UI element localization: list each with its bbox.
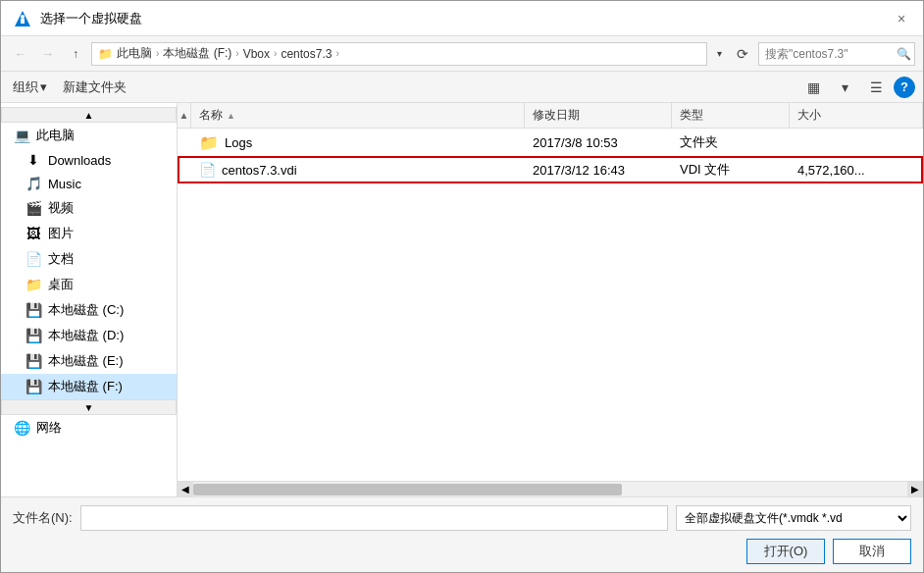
breadcrumb-part3: centos7.3	[281, 47, 332, 61]
sidebar-item-computer[interactable]: 💻 此电脑	[1, 123, 177, 148]
sidebar-scroll-down[interactable]: ▼	[1, 399, 177, 415]
breadcrumb-sep0: ›	[156, 48, 159, 59]
sidebar-item-music-label: Music	[48, 177, 81, 191]
sidebar-item-drive-c[interactable]: 💾 本地磁盘 (C:)	[1, 297, 177, 323]
breadcrumb-part1: 本地磁盘 (F:)	[163, 45, 231, 62]
h-scroll-thumb[interactable]	[193, 484, 622, 495]
h-scroll-left-button[interactable]: ◀	[178, 482, 193, 497]
file-name-label: Logs	[225, 135, 252, 150]
file-list: 📁 Logs 2017/3/8 10:53 文件夹 📄 centos7.3.vd…	[178, 129, 923, 481]
sidebar-item-pictures-label: 图片	[48, 225, 74, 242]
filename-input[interactable]	[80, 505, 668, 531]
button-row: 打开(O) 取消	[13, 539, 911, 564]
sidebar-item-drive-f[interactable]: 💾 本地磁盘 (F:)	[1, 374, 177, 399]
table-row[interactable]: 📄 centos7.3.vdi 2017/3/12 16:43 VDI 文件 4…	[178, 156, 923, 183]
file-name-cell: 📁 Logs	[191, 131, 525, 154]
open-button[interactable]: 打开(O)	[746, 539, 825, 564]
breadcrumb-sep2: ›	[274, 48, 277, 59]
file-name-label: centos7.3.vdi	[222, 163, 297, 178]
secondary-toolbar: 组织 ▾ 新建文件夹 ▦ ▾ ☰ ?	[1, 72, 923, 103]
layout-button[interactable]: ☰	[862, 77, 890, 98]
up-button[interactable]: ↑	[64, 42, 87, 66]
svg-point-2	[21, 15, 25, 19]
file-size-cell: 4,572,160...	[790, 161, 923, 180]
sidebar-item-drive-e-label: 本地磁盘 (E:)	[48, 352, 124, 370]
title-bar-controls: ×	[892, 9, 911, 28]
file-type-cell: VDI 文件	[672, 159, 790, 181]
sidebar-item-drive-f-label: 本地磁盘 (F:)	[48, 378, 123, 395]
close-button[interactable]: ×	[892, 9, 911, 28]
breadcrumb-dropdown-button[interactable]: ▾	[711, 42, 727, 66]
videos-icon: 🎬	[25, 200, 42, 216]
filetype-dropdown[interactable]: 全部虚拟硬盘文件(*.vmdk *.vd VDI 文件 (*.vdi) VMDK…	[676, 505, 911, 531]
breadcrumb-sep1: ›	[235, 48, 238, 59]
col-header-type[interactable]: 类型	[672, 103, 790, 128]
toolbar2-right: ▦ ▾ ☰ ?	[799, 77, 915, 98]
help-button[interactable]: ?	[894, 77, 915, 98]
col-header-size[interactable]: 大小	[790, 103, 923, 128]
dialog-icon	[13, 9, 32, 28]
filename-label: 文件名(N):	[13, 509, 73, 527]
sidebar-item-drive-e[interactable]: 💾 本地磁盘 (E:)	[1, 348, 177, 374]
dialog-window: 选择一个虚拟硬盘 × ← → ↑ 📁 此电脑 › 本地磁盘 (F:) › Vbo…	[0, 0, 924, 573]
svg-rect-1	[21, 19, 25, 24]
sidebar-item-drive-d[interactable]: 💾 本地磁盘 (D:)	[1, 323, 177, 348]
breadcrumb-part0: 此电脑	[117, 45, 152, 62]
sidebar-scroll-up[interactable]: ▲	[1, 107, 177, 123]
h-scroll-right-button[interactable]: ▶	[907, 482, 923, 497]
sidebar-item-drive-c-label: 本地磁盘 (C:)	[48, 301, 124, 319]
file-type-cell: 文件夹	[672, 131, 790, 153]
sidebar-item-desktop[interactable]: 📁 桌面	[1, 272, 177, 297]
organize-label: 组织	[13, 78, 38, 96]
drive-d-icon: 💾	[25, 328, 42, 343]
sidebar-item-documents[interactable]: 📄 文档	[1, 246, 177, 272]
breadcrumb-icon: 📁	[98, 47, 113, 61]
cancel-button[interactable]: 取消	[833, 539, 911, 564]
sidebar-item-downloads[interactable]: ⬇ Downloads	[1, 148, 177, 172]
refresh-button[interactable]: ⟳	[731, 42, 754, 66]
computer-icon: 💻	[13, 128, 30, 143]
col-header-type-label: 类型	[680, 107, 703, 124]
sidebar-item-music[interactable]: 🎵 Music	[1, 172, 177, 195]
documents-icon: 📄	[25, 251, 42, 267]
col-scroll-up[interactable]: ▲	[178, 103, 191, 129]
folder-icon: 📁	[199, 133, 219, 152]
col-header-date-label: 修改日期	[533, 107, 580, 124]
search-wrapper: 🔍	[758, 42, 915, 66]
bottom-bar: 文件名(N): 全部虚拟硬盘文件(*.vmdk *.vd VDI 文件 (*.v…	[1, 496, 923, 572]
drive-e-icon: 💾	[25, 353, 42, 369]
drive-f-icon: 💾	[25, 379, 42, 394]
file-size-cell	[790, 140, 923, 144]
new-folder-button[interactable]: 新建文件夹	[59, 77, 130, 98]
breadcrumb[interactable]: 📁 此电脑 › 本地磁盘 (F:) › Vbox › centos7.3 ›	[91, 42, 707, 66]
sidebar-item-computer-label: 此电脑	[36, 127, 75, 144]
col-header-name[interactable]: 名称 ▲	[191, 103, 525, 128]
table-row[interactable]: 📁 Logs 2017/3/8 10:53 文件夹	[178, 129, 923, 156]
sidebar-item-drive-d-label: 本地磁盘 (D:)	[48, 327, 124, 344]
organize-button[interactable]: 组织 ▾	[9, 77, 51, 98]
view-mode-button[interactable]: ▦	[799, 77, 827, 98]
title-bar-left: 选择一个虚拟硬盘	[13, 9, 142, 28]
view-dropdown-button[interactable]: ▾	[831, 77, 858, 98]
drive-c-icon: 💾	[25, 302, 42, 318]
sidebar-item-downloads-label: Downloads	[48, 153, 111, 168]
col-sort-icon: ▲	[227, 111, 235, 121]
sidebar-item-pictures[interactable]: 🖼 图片	[1, 221, 177, 246]
search-input[interactable]	[758, 42, 915, 66]
col-header-name-label: 名称	[199, 107, 223, 124]
forward-button[interactable]: →	[36, 42, 60, 66]
col-header-date[interactable]: 修改日期	[525, 103, 672, 128]
sidebar-item-videos[interactable]: 🎬 视频	[1, 195, 177, 221]
horizontal-scrollbar: ◀ ▶	[178, 481, 923, 496]
search-button[interactable]: 🔍	[897, 47, 911, 61]
h-scroll-track[interactable]	[193, 482, 907, 496]
sidebar-item-videos-label: 视频	[48, 199, 74, 217]
breadcrumb-part2: Vbox	[243, 47, 270, 61]
back-button[interactable]: ←	[9, 42, 32, 66]
pictures-icon: 🖼	[25, 226, 42, 241]
music-icon: 🎵	[25, 176, 42, 191]
vdi-file-icon: 📄	[199, 162, 216, 178]
network-icon: 🌐	[13, 420, 30, 436]
file-name-cell: 📄 centos7.3.vdi	[191, 160, 525, 180]
sidebar-item-network[interactable]: 🌐 网络	[1, 415, 177, 441]
